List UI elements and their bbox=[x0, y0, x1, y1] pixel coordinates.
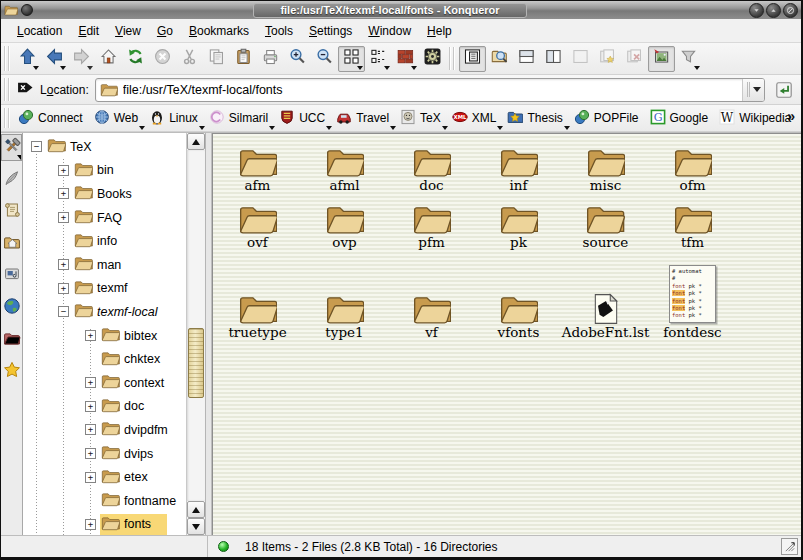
menu-location[interactable]: Location bbox=[9, 21, 70, 41]
bookmark-linux[interactable]: Linux bbox=[145, 107, 205, 130]
tree-item-faq[interactable]: +FAQ bbox=[23, 206, 186, 230]
tree-row-content[interactable]: fonts bbox=[100, 514, 167, 535]
folder-source[interactable]: source bbox=[583, 202, 629, 250]
tree-item-texmf[interactable]: +texmf bbox=[23, 277, 186, 301]
expand-icon[interactable]: + bbox=[58, 188, 69, 199]
home-button[interactable] bbox=[95, 46, 122, 72]
configure-sidebar-button[interactable] bbox=[1, 134, 22, 161]
paste-button[interactable] bbox=[230, 46, 257, 72]
location-dropdown-button[interactable] bbox=[742, 79, 764, 101]
collapse-icon[interactable]: − bbox=[31, 141, 42, 152]
tree-item-tex[interactable]: −TeX bbox=[23, 135, 186, 159]
tree-row-content[interactable]: man bbox=[73, 254, 124, 275]
folder-vfonts[interactable]: vfonts bbox=[498, 292, 540, 340]
services-button[interactable] bbox=[1, 262, 22, 289]
folder-doc[interactable]: doc bbox=[412, 145, 452, 193]
expand-icon[interactable]: + bbox=[58, 283, 69, 294]
tree-row-content[interactable]: dvips bbox=[100, 443, 156, 464]
tree-item-fonts[interactable]: +fonts bbox=[23, 513, 186, 536]
tree-row-content[interactable]: FAQ bbox=[73, 207, 125, 228]
forward-button[interactable] bbox=[68, 46, 95, 72]
bookmark-silmaril[interactable]: Silmaril bbox=[205, 107, 275, 130]
zoom-out-button[interactable] bbox=[311, 46, 338, 72]
folder-misc[interactable]: misc bbox=[586, 145, 626, 193]
icon-view-button[interactable] bbox=[338, 46, 365, 72]
resize-grip-icon[interactable] bbox=[781, 538, 798, 555]
menu-window[interactable]: Window bbox=[360, 21, 419, 41]
tree-item-bibtex[interactable]: +bibtex bbox=[23, 324, 186, 348]
network-button[interactable] bbox=[1, 294, 22, 321]
clear-location-button[interactable] bbox=[14, 77, 36, 103]
copy-button[interactable] bbox=[203, 46, 230, 72]
menu-view[interactable]: View bbox=[107, 21, 149, 41]
split-view-left-right-button[interactable] bbox=[540, 46, 567, 72]
menu-bookmarks[interactable]: Bookmarks bbox=[181, 21, 257, 41]
location-input[interactable]: file:/usr/TeX/texmf-local/fonts bbox=[123, 83, 742, 97]
expand-icon[interactable]: + bbox=[58, 165, 69, 176]
folder-truetype[interactable]: truetype bbox=[228, 292, 286, 340]
bookmark-web[interactable]: Web bbox=[90, 107, 145, 130]
folder-afml[interactable]: afml bbox=[325, 145, 365, 193]
history-button[interactable] bbox=[1, 198, 22, 225]
expand-icon[interactable]: + bbox=[85, 519, 96, 530]
tree-item-bin[interactable]: +bin bbox=[23, 159, 186, 183]
maximize-button[interactable] bbox=[766, 3, 781, 18]
menu-edit[interactable]: Edit bbox=[70, 21, 107, 41]
toolbar-grip[interactable] bbox=[4, 46, 11, 71]
expand-icon[interactable]: + bbox=[58, 259, 69, 270]
location-toolbar-grip[interactable] bbox=[4, 78, 11, 101]
bookmarks-button[interactable] bbox=[1, 358, 22, 385]
bookmark-tex[interactable]: TeX bbox=[396, 107, 448, 130]
scrollbar-thumb[interactable] bbox=[188, 328, 204, 398]
tree-row-content[interactable]: dvipdfm bbox=[100, 419, 171, 440]
go-button[interactable] bbox=[771, 77, 797, 103]
tree-item-info[interactable]: info bbox=[23, 229, 186, 253]
bookmark-ucc[interactable]: UCC bbox=[275, 107, 332, 130]
tree-row-content[interactable]: texmf-local bbox=[73, 301, 160, 322]
scroll-up-button-2[interactable] bbox=[187, 501, 205, 518]
title-bar[interactable]: file:/usr/TeX/texmf-local/fonts - Konque… bbox=[1, 1, 801, 19]
close-tab-button[interactable] bbox=[621, 46, 648, 72]
show-sidebar-button[interactable] bbox=[459, 46, 486, 72]
folder-ovf[interactable]: ovf bbox=[238, 202, 278, 250]
bookmark-wikipedia[interactable]: WWikipedia bbox=[715, 107, 798, 130]
bookmark-toolbar-grip[interactable] bbox=[4, 108, 11, 129]
expand-icon[interactable]: + bbox=[85, 377, 96, 388]
menu-tools[interactable]: Tools bbox=[257, 21, 301, 41]
scroll-up-button[interactable] bbox=[187, 133, 205, 150]
tree-row-content[interactable]: bin bbox=[73, 160, 117, 181]
bricks-view-button[interactable] bbox=[392, 46, 419, 72]
home-directory-button[interactable] bbox=[1, 230, 22, 257]
tree-row-content[interactable]: bibtex bbox=[100, 325, 160, 346]
find-files-button[interactable] bbox=[486, 46, 513, 72]
tree-row-content[interactable]: doc bbox=[100, 396, 147, 417]
tree-item-doc[interactable]: +doc bbox=[23, 395, 186, 419]
tree-item-texmf-local[interactable]: −texmf-local bbox=[23, 300, 186, 324]
tree-item-dvips[interactable]: +dvips bbox=[23, 442, 186, 466]
split-view-top-bottom-button[interactable] bbox=[513, 46, 540, 72]
folder-vf[interactable]: vf bbox=[412, 292, 452, 340]
tree-item-dvipdfm[interactable]: +dvipdfm bbox=[23, 418, 186, 442]
expand-icon[interactable]: + bbox=[85, 424, 96, 435]
file-fontdesc[interactable]: # automat#font pk *font pk *font pk *fon… bbox=[663, 265, 721, 340]
file-adobefnt-lst[interactable]: AdobeFnt.lst bbox=[562, 293, 650, 340]
tree-item-fontname[interactable]: fontname bbox=[23, 489, 186, 513]
folder-ofm[interactable]: ofm bbox=[673, 145, 713, 193]
folder-type1[interactable]: type1 bbox=[325, 292, 365, 340]
tree-item-context[interactable]: +context bbox=[23, 371, 186, 395]
reload-button[interactable] bbox=[122, 46, 149, 72]
menu-go[interactable]: Go bbox=[149, 21, 181, 41]
folder-inf[interactable]: inf bbox=[499, 145, 539, 193]
bookmark-xml[interactable]: XMLXML bbox=[448, 107, 504, 130]
remove-view-button[interactable] bbox=[567, 46, 594, 72]
tree-row-content[interactable]: context bbox=[100, 372, 167, 393]
tree-item-chktex[interactable]: chktex bbox=[23, 347, 186, 371]
tree-row-content[interactable]: Books bbox=[73, 183, 135, 204]
minimize-button[interactable] bbox=[749, 3, 764, 18]
gear-button[interactable] bbox=[419, 46, 446, 72]
zoom-in-button[interactable] bbox=[284, 46, 311, 72]
bookmark-google[interactable]: GGoogle bbox=[646, 107, 716, 130]
tree-row-content[interactable]: info bbox=[73, 231, 120, 252]
collapse-icon[interactable]: − bbox=[58, 306, 69, 317]
expand-icon[interactable]: + bbox=[85, 330, 96, 341]
